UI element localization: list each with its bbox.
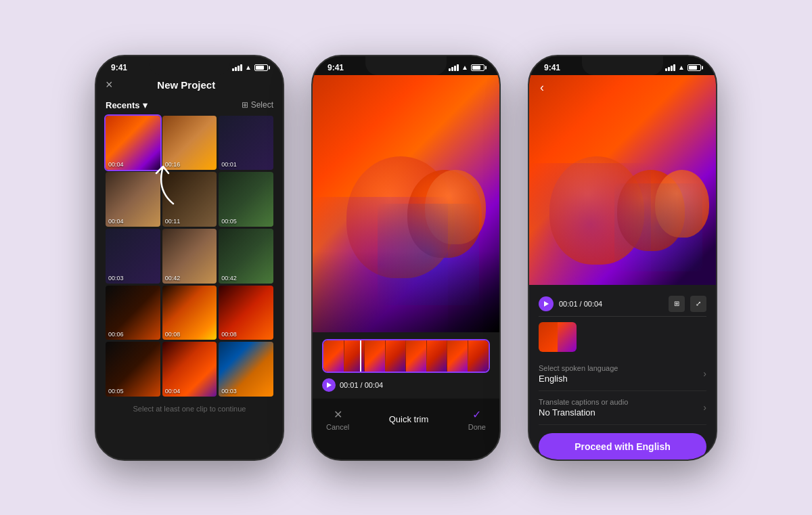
- video-thumb-1[interactable]: 00:16: [162, 116, 217, 171]
- done-icon: ✓: [472, 408, 481, 421]
- time-2: 9:41: [328, 63, 344, 72]
- status-icons-3: ▲: [665, 64, 701, 71]
- video-thumb-2[interactable]: 00:01: [219, 116, 273, 171]
- play-button[interactable]: [322, 378, 336, 392]
- battery-icon-3: [687, 64, 701, 71]
- translate-value: No Translation: [539, 407, 703, 418]
- spoken-language-label: Select spoken language: [539, 364, 703, 372]
- wifi-icon-1: ▲: [245, 64, 252, 71]
- phone2-video: [313, 75, 499, 332]
- translate-row[interactable]: Translate captions or audio No Translati…: [539, 391, 706, 425]
- mini-play-icon: [543, 301, 549, 307]
- translate-label: Translate captions or audio: [539, 398, 703, 406]
- close-button[interactable]: ×: [106, 78, 113, 92]
- quick-trim-label: Quick trim: [389, 414, 429, 424]
- play-time: 00:01 / 00:04: [340, 381, 383, 389]
- phone1-body: × New Project Recents ▾ ⊞ Select 00:04 0…: [96, 75, 283, 413]
- expand-icon[interactable]: ⤢: [690, 296, 706, 312]
- svg-marker-0: [327, 382, 332, 388]
- video-thumb-6[interactable]: 00:03: [106, 229, 160, 284]
- grid-icon: ⊞: [242, 100, 248, 110]
- video-thumb-4[interactable]: 00:11: [162, 172, 217, 227]
- video-thumb-8[interactable]: 00:42: [219, 229, 273, 284]
- done-button[interactable]: ✓ Done: [468, 408, 486, 431]
- phone2-actions: ✕ Cancel Quick trim ✓ Done: [313, 399, 499, 438]
- play-time-row: 00:01 / 00:04: [322, 378, 490, 392]
- status-icons-1: ▲: [232, 64, 268, 71]
- notch-2: [365, 56, 447, 75]
- settings-section: Select spoken language English › Transla…: [539, 357, 706, 425]
- playhead: [360, 340, 361, 372]
- proceed-button[interactable]: Proceed with English: [539, 433, 706, 460]
- crop-icon[interactable]: ⊞: [669, 296, 685, 312]
- spoken-language-value: English: [539, 374, 703, 384]
- notch-3: [582, 56, 663, 75]
- video-thumb-10[interactable]: 00:08: [162, 286, 217, 340]
- footer-text: Select at least one clip to continue: [106, 405, 273, 413]
- battery-icon-1: [254, 64, 268, 71]
- phone3-panel: 00:01 / 00:04 ⊞ ⤢ Select spoken language…: [529, 285, 716, 461]
- mini-timeline: 00:01 / 00:04 ⊞ ⤢: [539, 292, 706, 317]
- back-button[interactable]: ‹: [540, 81, 544, 95]
- mini-play-button[interactable]: [539, 296, 554, 311]
- mini-time-display: 00:01 / 00:04: [559, 300, 663, 308]
- timeline-action-icons: ⊞ ⤢: [669, 296, 706, 312]
- signal-icon-3: [665, 64, 675, 71]
- battery-icon-2: [471, 64, 484, 71]
- phone-2: 9:41 ▲: [311, 55, 501, 461]
- play-icon: [326, 382, 332, 388]
- signal-icon-2: [449, 64, 459, 71]
- video-thumb-11[interactable]: 00:08: [219, 286, 273, 340]
- phone3-video: ‹: [529, 75, 716, 285]
- spoken-language-row[interactable]: Select spoken language English ›: [539, 357, 706, 391]
- cancel-button[interactable]: ✕ Cancel: [326, 408, 349, 431]
- video-thumb-13[interactable]: 00:04: [162, 342, 217, 397]
- timeline-frames: [323, 340, 489, 372]
- video-thumb-14[interactable]: 00:03: [219, 342, 273, 397]
- video-thumb-7[interactable]: 00:42: [162, 229, 217, 284]
- video-overlay: [313, 251, 499, 332]
- recents-row: Recents ▾ ⊞ Select: [106, 100, 273, 110]
- video-thumb-12[interactable]: 00:05: [106, 342, 160, 397]
- video-thumb-0[interactable]: 00:04: [106, 116, 160, 171]
- chevron-right-icon-1: ›: [703, 368, 706, 379]
- timeline-area: 00:01 / 00:04: [313, 332, 499, 399]
- wifi-icon-2: ▲: [461, 64, 468, 71]
- wifi-icon-3: ▲: [678, 64, 685, 71]
- time-1: 9:41: [111, 63, 127, 72]
- video-thumb-9[interactable]: 00:06: [106, 286, 160, 340]
- select-button[interactable]: ⊞ Select: [242, 100, 273, 110]
- phone1-header: × New Project: [106, 75, 273, 100]
- signal-icon-1: [232, 64, 242, 71]
- phone-3: 9:41 ▲ ‹ 00:01 /: [528, 55, 717, 461]
- notch-1: [149, 56, 230, 75]
- timeline-strip[interactable]: [322, 339, 490, 373]
- phone-1: 9:41 ▲ × New Project Recents ▾ ⊞ Select: [95, 55, 284, 461]
- clip-strip: [539, 322, 577, 352]
- chevron-right-icon-2: ›: [703, 402, 706, 413]
- status-icons-2: ▲: [449, 64, 484, 71]
- cancel-icon: ✕: [334, 408, 342, 421]
- video-grid: 00:04 00:16 00:01 00:04 00:11 00:05 00:0…: [106, 116, 273, 397]
- recents-label[interactable]: Recents ▾: [106, 100, 148, 110]
- time-3: 9:41: [544, 63, 560, 72]
- video-thumb-3[interactable]: 00:04: [106, 172, 160, 227]
- video-thumb-5[interactable]: 00:05: [219, 172, 273, 227]
- svg-marker-1: [544, 301, 549, 307]
- page-title: New Project: [157, 79, 215, 91]
- chevron-down-icon: ▾: [143, 100, 148, 110]
